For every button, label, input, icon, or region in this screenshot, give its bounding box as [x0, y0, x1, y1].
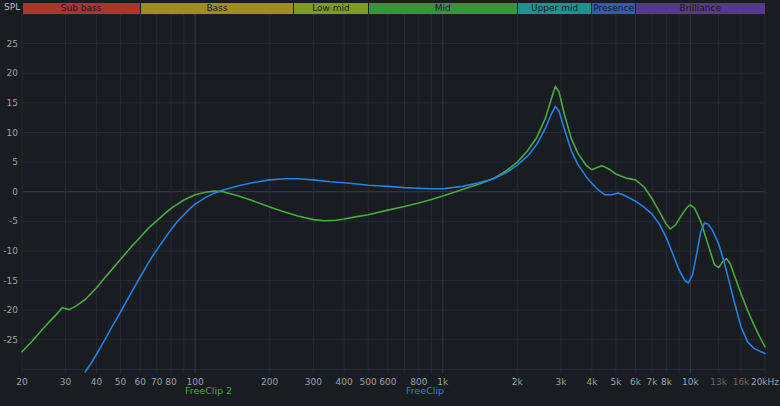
y-tick--20: -20 [0, 305, 18, 315]
y-axis-tick-labels: 2520151050-5-10-15-20-25 [0, 0, 18, 406]
y-tick-15: 15 [0, 98, 18, 108]
plot-area [0, 0, 780, 406]
band-presence: Presence [592, 3, 635, 14]
y-tick-0: 0 [0, 187, 18, 197]
band-mid: Mid [369, 3, 517, 14]
band-sub-bass: Sub bass [23, 3, 140, 14]
y-tick-25: 25 [0, 39, 18, 49]
legend-label-freeclip-2: FreeClip 2 [185, 385, 232, 396]
y-axis-title: SPL [4, 2, 20, 12]
gridlines [22, 14, 765, 373]
band-low-mid: Low mid [294, 3, 368, 14]
y-tick--5: -5 [0, 216, 18, 226]
curve-freeclip-2 [22, 86, 765, 351]
legend: FreeClip 2 FreeClip [0, 385, 780, 399]
band-bass: Bass [141, 3, 294, 14]
curve-freeclip [85, 106, 765, 371]
frequency-bands-strip: Sub bassBassLow midMidUpper midPresenceB… [0, 3, 780, 14]
frequency-response-chart: SPL Sub bassBassLow midMidUpper midPrese… [0, 0, 780, 406]
legend-label-freeclip: FreeClip [406, 385, 444, 396]
band-upper-mid: Upper mid [518, 3, 592, 14]
y-tick-20: 20 [0, 68, 18, 78]
y-tick-5: 5 [0, 157, 18, 167]
y-tick--25: -25 [0, 335, 18, 345]
y-tick-10: 10 [0, 128, 18, 138]
y-tick--10: -10 [0, 246, 18, 256]
y-tick--15: -15 [0, 276, 18, 286]
band-brilliance: Brilliance [636, 3, 765, 14]
